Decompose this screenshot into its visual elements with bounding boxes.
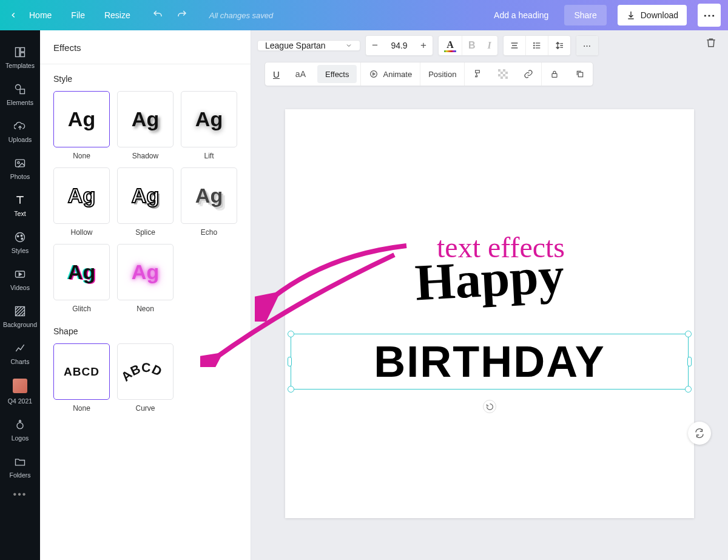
rail-background[interactable]: Background [0, 298, 40, 335]
rail-photos[interactable]: Photos [0, 150, 40, 187]
position-button[interactable]: Position [420, 62, 464, 86]
redo-icon[interactable] [177, 9, 187, 22]
svg-rect-0 [16, 48, 20, 57]
rail-more-icon[interactable]: ••• [13, 489, 27, 500]
svg-text:ABCD: ABCD [121, 360, 164, 383]
text-toolbar-row2: U aA Effects Animate Position [265, 62, 593, 86]
effect-neon[interactable]: Ag [117, 244, 174, 300]
background-icon [13, 305, 27, 318]
resize-handle[interactable] [288, 331, 294, 337]
svg-point-15 [533, 42, 534, 43]
rail-videos[interactable]: Videos [0, 261, 40, 298]
text-toolbar-row1: League Spartan − + A B I ⋯ [257, 35, 599, 56]
photos-icon [13, 157, 27, 170]
nav-resize[interactable]: Resize [104, 10, 130, 20]
svg-point-13 [17, 423, 23, 429]
spacing-button[interactable] [548, 36, 570, 55]
svg-point-9 [21, 235, 22, 237]
effect-shadow[interactable]: Ag [117, 91, 174, 147]
list-button[interactable] [525, 36, 548, 55]
canvas-text-happy[interactable]: Happy [284, 238, 695, 319]
workarea: League Spartan − + A B I ⋯ U aA [251, 30, 728, 560]
rail-charts[interactable]: Charts [0, 335, 40, 372]
top-bar: Home File Resize All changes saved Add a… [0, 0, 728, 30]
resize-handle[interactable] [288, 386, 294, 393]
effect-splice[interactable]: Ag [117, 167, 174, 224]
selected-text-box[interactable]: BIRTHDAY [291, 334, 689, 390]
toolbar-more-icon[interactable]: ⋯ [576, 36, 598, 55]
effect-hollow[interactable]: Ag [53, 167, 110, 224]
rail-logos[interactable]: Logos [0, 411, 40, 448]
chevron-down-icon [345, 42, 352, 49]
svg-rect-24 [505, 72, 508, 74]
shape-curve[interactable]: ABCD [117, 343, 174, 400]
svg-rect-28 [505, 76, 508, 79]
copy-style-icon[interactable] [464, 62, 490, 86]
styles-icon [13, 231, 27, 244]
effect-lift[interactable]: Ag [181, 91, 237, 147]
canvas-text-birthday[interactable]: BIRTHDAY [374, 337, 605, 386]
link-icon[interactable] [516, 62, 541, 86]
svg-point-7 [16, 233, 25, 242]
animate-button[interactable]: Animate [360, 62, 420, 86]
text-icon [13, 194, 27, 207]
effects-button[interactable]: Effects [317, 65, 357, 83]
lock-icon[interactable] [541, 62, 567, 86]
logos-icon [13, 418, 27, 431]
text-color[interactable]: A [439, 36, 462, 55]
duplicate-icon[interactable] [567, 62, 593, 86]
effects-panel: Effects Style AgNone AgShadow AgLift AgH… [40, 30, 251, 560]
share-button[interactable]: Share [564, 5, 606, 25]
canvas[interactable]: text effects Happy BIRTHDAY [285, 109, 694, 518]
svg-point-17 [533, 47, 534, 48]
align-button[interactable] [504, 36, 525, 55]
delete-icon[interactable] [705, 36, 717, 51]
uploads-icon [13, 120, 27, 133]
size-decrease[interactable]: − [366, 36, 384, 55]
add-heading[interactable]: Add a heading [494, 10, 548, 20]
charts-icon [13, 342, 27, 355]
more-menu-icon[interactable]: ⋯ [698, 4, 721, 27]
rail-templates[interactable]: Templates [0, 39, 40, 76]
size-increase[interactable]: + [414, 36, 433, 55]
effect-none[interactable]: Ag [53, 91, 110, 147]
case-button[interactable]: aA [288, 62, 314, 86]
svg-rect-23 [500, 72, 503, 74]
panel-title: Effects [40, 30, 251, 64]
rail-uploads[interactable]: Uploads [0, 113, 40, 150]
shape-none[interactable]: ABCD [53, 343, 110, 400]
resize-handle[interactable] [687, 357, 692, 366]
download-label: Download [641, 10, 678, 20]
font-select[interactable]: League Spartan [257, 40, 360, 51]
svg-rect-25 [498, 74, 500, 76]
size-input[interactable] [384, 41, 414, 50]
download-button[interactable]: Download [618, 5, 687, 25]
cycle-layout-icon[interactable] [688, 422, 711, 445]
bold-button[interactable]: B [462, 36, 482, 55]
transparency-icon[interactable] [490, 62, 516, 86]
back-icon[interactable] [7, 9, 19, 21]
effect-glitch[interactable]: Ag [53, 244, 110, 300]
svg-rect-26 [503, 74, 505, 76]
resize-handle[interactable] [685, 386, 692, 393]
templates-icon [13, 46, 27, 59]
nav-file[interactable]: File [71, 10, 85, 20]
svg-rect-1 [21, 48, 25, 52]
italic-button[interactable]: I [482, 36, 497, 55]
rail-text[interactable]: Text [0, 187, 40, 224]
nav-home[interactable]: Home [29, 10, 52, 20]
section-style-title: Style [53, 74, 237, 84]
effect-echo[interactable]: Ag [181, 167, 237, 224]
resize-handle[interactable] [685, 331, 692, 337]
rail-q4[interactable]: Q4 2021 [0, 372, 40, 411]
resize-handle[interactable] [288, 357, 292, 366]
rail-elements[interactable]: Elements [0, 76, 40, 113]
rail-styles[interactable]: Styles [0, 224, 40, 261]
svg-rect-29 [552, 73, 557, 77]
rail-folders[interactable]: Folders [0, 448, 40, 485]
undo-icon[interactable] [152, 9, 163, 22]
svg-point-18 [371, 71, 377, 78]
rotate-icon[interactable] [483, 400, 496, 413]
svg-rect-30 [579, 72, 583, 76]
underline-button[interactable]: U [265, 62, 288, 86]
